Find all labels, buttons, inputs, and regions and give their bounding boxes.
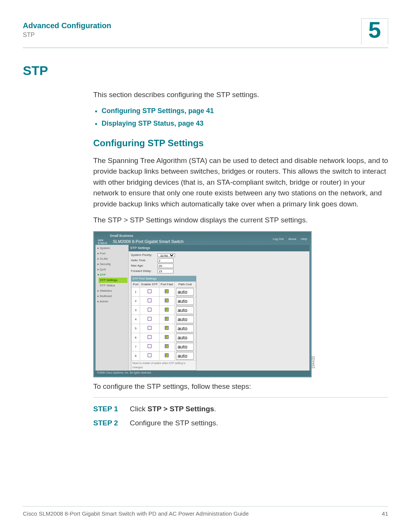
- enable-stp-cell[interactable]: [140, 297, 159, 306]
- col-path-cost: Path Cost: [174, 282, 196, 288]
- logout-link[interactable]: Log Out: [273, 237, 284, 241]
- table-row: 2: [132, 297, 196, 306]
- sidebar-item-statistics[interactable]: ▸ Statistics: [96, 288, 127, 294]
- about-link[interactable]: About: [288, 237, 296, 241]
- port-fast-cell[interactable]: [159, 306, 174, 315]
- toc-link-1[interactable]: Configuring STP Settings, page 41: [102, 106, 388, 116]
- table-row: 4: [132, 315, 196, 324]
- port-fast-cell[interactable]: [159, 333, 174, 342]
- max-age-input[interactable]: [158, 264, 174, 268]
- enable-stp-cell[interactable]: [140, 306, 159, 315]
- section-title: STP: [23, 63, 388, 78]
- sys-priority-select[interactable]: 32768: [158, 253, 175, 257]
- port-note: Need to restart of switch when STP setti…: [131, 361, 196, 370]
- forward-delay-input[interactable]: [158, 269, 174, 273]
- port-cell: 3: [132, 306, 140, 315]
- path-cost-cell[interactable]: [174, 324, 196, 333]
- port-fast-cell[interactable]: [159, 342, 174, 351]
- port-cell: 1: [132, 288, 140, 297]
- chapter-title: Advanced Configuration: [23, 21, 111, 30]
- document-page: Advanced Configuration STP 5 STP This se…: [0, 0, 411, 532]
- header-left: Advanced Configuration STP: [23, 21, 111, 38]
- enable-stp-cell[interactable]: [140, 333, 159, 342]
- enable-stp-cell[interactable]: [140, 342, 159, 351]
- col-port: Port: [132, 282, 140, 288]
- table-row: 6: [132, 333, 196, 342]
- path-cost-cell[interactable]: [174, 297, 196, 306]
- enable-stp-cell[interactable]: [140, 351, 159, 361]
- step-2-row: STEP 2 Configure the STP settings.: [93, 418, 388, 429]
- sidebar-item-vlan[interactable]: ▸ VLAN: [96, 256, 127, 262]
- port-panel-title: STP Port Settings: [131, 276, 196, 281]
- port-fast-cell[interactable]: [159, 324, 174, 333]
- sub-heading: Configuring STP Settings: [93, 136, 388, 150]
- sidebar-item-admin[interactable]: ▸ Admin: [96, 299, 127, 304]
- page-header: Advanced Configuration STP 5: [23, 21, 388, 48]
- table-row: 1: [132, 288, 196, 297]
- help-link[interactable]: Help: [301, 237, 307, 241]
- port-cell: 7: [132, 342, 140, 351]
- chapter-number: 5: [361, 18, 388, 45]
- sys-priority-label: System Priority:: [131, 253, 158, 257]
- page-footer: Cisco SLM2008 8-Port Gigabit Smart Switc…: [23, 506, 388, 517]
- sidebar-item-system[interactable]: ▸ System: [96, 246, 127, 251]
- body-para-1: The Spanning Tree Algorithm (STA) can be…: [93, 155, 388, 210]
- table-row: 5: [132, 324, 196, 333]
- port-table: Port Enable STP Port Fast Path Cost 1234…: [131, 281, 196, 361]
- port-cell: 2: [132, 297, 140, 306]
- enable-stp-cell[interactable]: [140, 315, 159, 324]
- brand-small: Small Business: [110, 233, 184, 239]
- enable-stp-cell[interactable]: [140, 288, 159, 297]
- sidebar-item-stp[interactable]: ▾ STP: [96, 272, 127, 278]
- device-title: SLM2008 8-Port Gigabit Smart Switch: [113, 238, 184, 245]
- sidebar-item-port[interactable]: ▸ Port: [96, 251, 127, 256]
- col-enable-stp: Enable STP: [140, 282, 159, 288]
- path-cost-cell[interactable]: [174, 351, 196, 361]
- path-cost-cell[interactable]: [174, 333, 196, 342]
- toc-link-2[interactable]: Displaying STP Status, page 43: [102, 118, 388, 129]
- table-row: 7: [132, 342, 196, 351]
- footer-page-number: 41: [382, 510, 388, 517]
- table-row: 8: [132, 351, 196, 361]
- step-1-label: STEP 1: [93, 404, 124, 415]
- brand-block: ıılıılıı cisco: [98, 239, 108, 245]
- forward-delay-label: Forward Delay:: [131, 269, 158, 273]
- path-cost-cell[interactable]: [174, 315, 196, 324]
- steps-divider: [93, 397, 388, 398]
- port-settings-panel: STP Port Settings Port Enable STP Port F…: [131, 276, 196, 371]
- step-1-post: .: [214, 405, 216, 413]
- panel-title: STP Settings: [129, 245, 309, 252]
- step-1-text: Click STP > STP Settings.: [130, 404, 216, 415]
- screenshot-sidebar: ▸ System ▸ Port ▸ VLAN ▸ Security ▸ QoS …: [96, 245, 128, 371]
- screenshot-footer: ©2009 Cisco Systems, Inc. All rights res…: [94, 371, 311, 377]
- port-cell: 6: [132, 333, 140, 342]
- port-fast-cell[interactable]: [159, 315, 174, 324]
- step-1-row: STEP 1 Click STP > STP Settings.: [93, 404, 388, 415]
- port-fast-cell[interactable]: [159, 297, 174, 306]
- table-row: 3: [132, 306, 196, 315]
- path-cost-cell[interactable]: [174, 342, 196, 351]
- figure-code: 194430: [311, 356, 316, 369]
- embedded-screenshot: ıılıılıı cisco Small Business SLM2008 8-…: [93, 231, 312, 377]
- chapter-subtitle: STP: [23, 32, 111, 38]
- steps-lead: To configure the STP settings, follow th…: [93, 381, 388, 392]
- sidebar-item-stp-status[interactable]: STP Status: [99, 283, 127, 288]
- port-table-header: Port Enable STP Port Fast Path Cost: [132, 282, 196, 288]
- hello-time-label: Hello Time:: [131, 258, 158, 263]
- sidebar-item-security[interactable]: ▸ Security: [96, 262, 127, 267]
- body-para-2: The STP > STP Settings window displays t…: [93, 215, 388, 226]
- top-links: Log Out About Help: [269, 237, 307, 241]
- enable-stp-cell[interactable]: [140, 324, 159, 333]
- step-1-bold: STP > STP Settings: [147, 405, 214, 413]
- sidebar-item-qos[interactable]: ▸ QoS: [96, 267, 127, 272]
- screenshot-body: ▸ System ▸ Port ▸ VLAN ▸ Security ▸ QoS …: [96, 245, 309, 371]
- path-cost-cell[interactable]: [174, 306, 196, 315]
- toc-bullets: Configuring STP Settings, page 41 Displa…: [93, 106, 388, 129]
- port-fast-cell[interactable]: [159, 351, 174, 361]
- brand-cisco: cisco: [98, 241, 108, 245]
- path-cost-cell[interactable]: [174, 288, 196, 297]
- hello-time-input[interactable]: [158, 258, 174, 263]
- port-fast-cell[interactable]: [159, 288, 174, 297]
- sidebar-item-multicast[interactable]: ▸ Multicast: [96, 294, 127, 299]
- sidebar-item-stp-settings[interactable]: STP Settings: [99, 278, 127, 283]
